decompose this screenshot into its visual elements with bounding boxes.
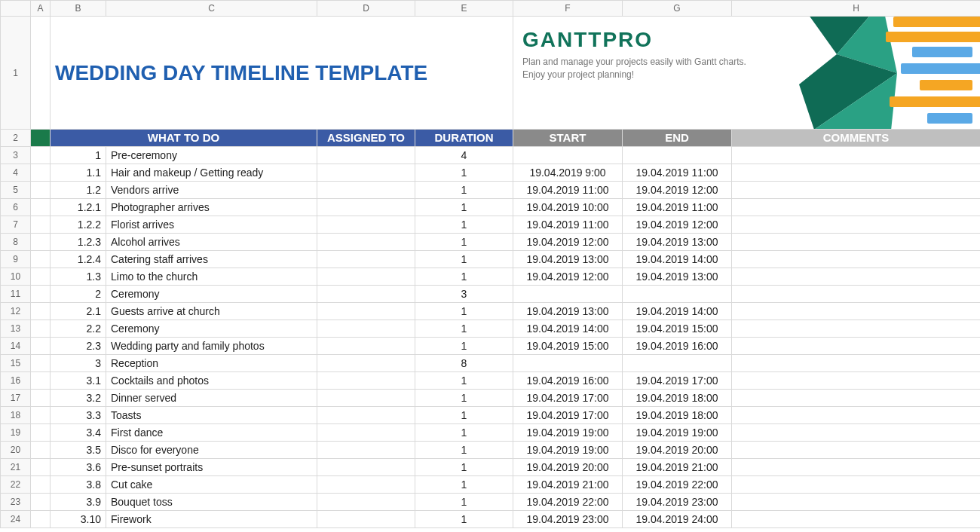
header-assigned-to[interactable]: ASSIGNED TO (317, 130, 415, 147)
row-header[interactable]: 13 (1, 320, 31, 338)
end-time[interactable]: 19.04.2019 21:00 (623, 459, 732, 476)
row-header[interactable]: 9 (1, 251, 31, 268)
duration[interactable]: 1 (415, 424, 513, 442)
task-name[interactable]: Hair and makeup / Getting ready (106, 164, 317, 182)
cell[interactable] (31, 251, 51, 268)
start-time[interactable]: 19.04.2019 21:00 (513, 476, 623, 494)
assigned-to[interactable] (317, 199, 415, 216)
cell[interactable] (31, 390, 51, 407)
task-index[interactable]: 1.3 (51, 268, 106, 286)
comments[interactable] (732, 355, 981, 372)
task-name[interactable]: Limo to the church (106, 268, 317, 286)
task-name[interactable]: Ceremony (106, 286, 317, 303)
comments[interactable] (732, 303, 981, 320)
row-header[interactable]: 16 (1, 372, 31, 390)
task-index[interactable]: 3 (51, 355, 106, 372)
assigned-to[interactable] (317, 494, 415, 511)
end-time[interactable]: 19.04.2019 18:00 (623, 390, 732, 407)
duration[interactable]: 1 (415, 303, 513, 320)
task-index[interactable]: 1.2.4 (51, 251, 106, 268)
task-index[interactable]: 3.2 (51, 390, 106, 407)
start-time[interactable]: 19.04.2019 16:00 (513, 372, 623, 390)
start-time[interactable]: 19.04.2019 19:00 (513, 424, 623, 442)
assigned-to[interactable] (317, 320, 415, 338)
cell[interactable] (31, 355, 51, 372)
row-header[interactable]: 24 (1, 511, 31, 528)
end-time[interactable]: 19.04.2019 24:00 (623, 511, 732, 528)
col-header[interactable]: A (31, 1, 51, 17)
end-time[interactable] (623, 147, 732, 164)
task-name[interactable]: Disco for everyone (106, 442, 317, 459)
start-time[interactable]: 19.04.2019 11:00 (513, 216, 623, 234)
row-header[interactable]: 23 (1, 494, 31, 511)
duration[interactable]: 1 (415, 338, 513, 355)
comments[interactable] (732, 390, 981, 407)
task-index[interactable]: 1.2.2 (51, 216, 106, 234)
header-what-to-do[interactable]: WHAT TO DO (51, 130, 317, 147)
cell[interactable] (31, 234, 51, 251)
end-time[interactable]: 19.04.2019 11:00 (623, 199, 732, 216)
row-header[interactable]: 21 (1, 459, 31, 476)
task-name[interactable]: Catering staff arrives (106, 251, 317, 268)
start-time[interactable]: 19.04.2019 17:00 (513, 390, 623, 407)
task-name[interactable]: Dinner served (106, 390, 317, 407)
comments[interactable] (732, 476, 981, 494)
comments[interactable] (732, 268, 981, 286)
start-time[interactable]: 19.04.2019 9:00 (513, 164, 623, 182)
task-name[interactable]: Pre-sunset portraits (106, 459, 317, 476)
task-name[interactable]: Vendors arrive (106, 182, 317, 199)
row-header[interactable]: 5 (1, 182, 31, 199)
task-name[interactable]: Wedding party and family photos (106, 338, 317, 355)
assigned-to[interactable] (317, 459, 415, 476)
start-time[interactable]: 19.04.2019 22:00 (513, 494, 623, 511)
row-header[interactable]: 2 (1, 130, 31, 147)
cell[interactable] (31, 164, 51, 182)
start-time[interactable] (513, 355, 623, 372)
cell[interactable] (31, 147, 51, 164)
task-name[interactable]: Guests arrive at church (106, 303, 317, 320)
cell[interactable] (31, 459, 51, 476)
task-index[interactable]: 2.3 (51, 338, 106, 355)
comments[interactable] (732, 147, 981, 164)
assigned-to[interactable] (317, 424, 415, 442)
assigned-to[interactable] (317, 372, 415, 390)
cell[interactable] (31, 511, 51, 528)
task-index[interactable]: 3.9 (51, 494, 106, 511)
cell[interactable] (31, 320, 51, 338)
duration[interactable]: 1 (415, 182, 513, 199)
start-time[interactable]: 19.04.2019 14:00 (513, 320, 623, 338)
row-header[interactable]: 22 (1, 476, 31, 494)
end-time[interactable]: 19.04.2019 12:00 (623, 216, 732, 234)
comments[interactable] (732, 442, 981, 459)
assigned-to[interactable] (317, 355, 415, 372)
template-title[interactable]: WEDDING DAY TIMELINE TEMPLATE (51, 17, 513, 130)
end-time[interactable]: 19.04.2019 12:00 (623, 182, 732, 199)
comments[interactable] (732, 511, 981, 528)
duration[interactable]: 1 (415, 476, 513, 494)
duration[interactable]: 1 (415, 459, 513, 476)
comments[interactable] (732, 286, 981, 303)
end-time[interactable]: 19.04.2019 18:00 (623, 407, 732, 424)
header-end[interactable]: END (623, 130, 732, 147)
row-header[interactable]: 1 (1, 17, 31, 130)
task-index[interactable]: 3.8 (51, 476, 106, 494)
start-time[interactable]: 19.04.2019 13:00 (513, 251, 623, 268)
start-time[interactable]: 19.04.2019 13:00 (513, 303, 623, 320)
cell[interactable] (31, 182, 51, 199)
start-time[interactable]: 19.04.2019 12:00 (513, 268, 623, 286)
duration[interactable]: 3 (415, 286, 513, 303)
task-name[interactable]: Alcohol arrives (106, 234, 317, 251)
task-index[interactable]: 1.2.1 (51, 199, 106, 216)
row-header[interactable]: 14 (1, 338, 31, 355)
start-time[interactable] (513, 286, 623, 303)
task-name[interactable]: Bouquet toss (106, 494, 317, 511)
assigned-to[interactable] (317, 407, 415, 424)
cell[interactable] (31, 216, 51, 234)
row-header[interactable]: 6 (1, 199, 31, 216)
task-name[interactable]: Cocktails and photos (106, 372, 317, 390)
grid[interactable]: A B C D E F G H 1 WEDDING DAY TIMELINE T… (0, 0, 980, 528)
row-header[interactable]: 15 (1, 355, 31, 372)
row-header[interactable]: 7 (1, 216, 31, 234)
col-header[interactable]: E (415, 1, 513, 17)
cell[interactable] (31, 199, 51, 216)
